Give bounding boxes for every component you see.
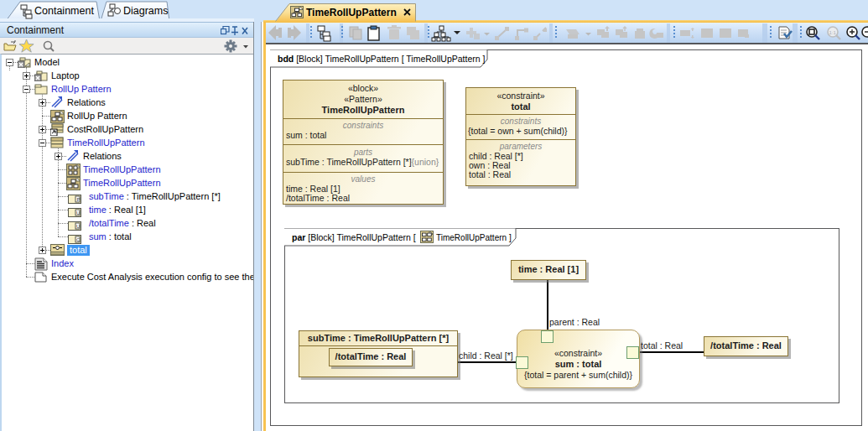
svg-text:TimeRollUpPattern ]: TimeRollUpPattern ] xyxy=(436,233,512,242)
svg-text:par [Block] TimeRollUpPattern: par [Block] TimeRollUpPattern [ xyxy=(292,232,416,242)
svg-text:U: U xyxy=(76,210,80,216)
svg-text:TimeRollUpPattern: TimeRollUpPattern xyxy=(306,7,397,18)
svg-text:bdd [Block] TimeRollUpPattern: bdd [Block] TimeRollUpPattern [ TimeRoll… xyxy=(278,54,485,64)
svg-text:P: P xyxy=(77,197,81,202)
svg-text:C: C xyxy=(76,237,81,242)
svg-text:1:1: 1:1 xyxy=(829,30,837,35)
svg-text:U: U xyxy=(76,224,80,229)
